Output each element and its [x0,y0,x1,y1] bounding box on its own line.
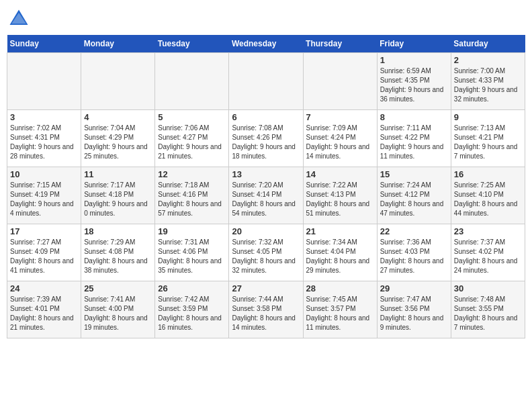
calendar-cell [81,53,155,110]
calendar-cell: 16Sunrise: 7:25 AM Sunset: 4:10 PM Dayli… [451,167,525,224]
day-number: 3 [10,112,78,122]
day-info: Sunrise: 7:11 AM Sunset: 4:22 PM Dayligh… [380,124,448,161]
calendar-cell: 5Sunrise: 7:06 AM Sunset: 4:27 PM Daylig… [155,110,229,167]
day-info: Sunrise: 7:36 AM Sunset: 4:03 PM Dayligh… [380,238,448,275]
day-number: 20 [232,226,300,236]
day-number: 23 [454,226,522,236]
day-number: 11 [84,169,152,179]
calendar-cell: 29Sunrise: 7:47 AM Sunset: 3:56 PM Dayli… [377,281,451,338]
calendar-cell: 12Sunrise: 7:18 AM Sunset: 4:16 PM Dayli… [155,167,229,224]
day-info: Sunrise: 7:04 AM Sunset: 4:29 PM Dayligh… [84,124,152,161]
day-info: Sunrise: 7:00 AM Sunset: 4:33 PM Dayligh… [454,66,522,104]
calendar-cell: 6Sunrise: 7:08 AM Sunset: 4:26 PM Daylig… [229,110,303,167]
day-info: Sunrise: 7:20 AM Sunset: 4:14 PM Dayligh… [232,181,300,218]
day-number: 24 [10,283,78,293]
calendar-cell: 7Sunrise: 7:09 AM Sunset: 4:24 PM Daylig… [303,110,377,167]
day-info: Sunrise: 7:09 AM Sunset: 4:24 PM Dayligh… [306,124,374,161]
calendar-cell [7,53,81,110]
day-number: 21 [306,226,374,236]
calendar-cell: 13Sunrise: 7:20 AM Sunset: 4:14 PM Dayli… [229,167,303,224]
calendar-cell: 25Sunrise: 7:41 AM Sunset: 4:00 PM Dayli… [81,281,155,338]
day-number: 19 [158,226,226,236]
calendar-cell: 11Sunrise: 7:17 AM Sunset: 4:18 PM Dayli… [81,167,155,224]
day-info: Sunrise: 7:45 AM Sunset: 3:57 PM Dayligh… [306,295,374,332]
calendar-cell: 9Sunrise: 7:13 AM Sunset: 4:21 PM Daylig… [451,110,525,167]
calendar-cell [155,53,229,110]
weekday-header-wednesday: Wednesday [229,35,303,53]
day-number: 14 [306,169,374,179]
day-info: Sunrise: 7:13 AM Sunset: 4:21 PM Dayligh… [454,124,522,161]
day-number: 4 [84,112,152,122]
day-info: Sunrise: 7:34 AM Sunset: 4:04 PM Dayligh… [306,238,374,275]
day-number: 8 [380,112,448,122]
calendar-cell: 27Sunrise: 7:44 AM Sunset: 3:58 PM Dayli… [229,281,303,338]
calendar-cell: 19Sunrise: 7:31 AM Sunset: 4:06 PM Dayli… [155,224,229,281]
logo-icon [7,7,31,31]
calendar-cell: 26Sunrise: 7:42 AM Sunset: 3:59 PM Dayli… [155,281,229,338]
day-info: Sunrise: 7:32 AM Sunset: 4:05 PM Dayligh… [232,238,300,275]
day-number: 6 [232,112,300,122]
day-info: Sunrise: 7:27 AM Sunset: 4:09 PM Dayligh… [10,238,78,275]
calendar-cell: 2Sunrise: 7:00 AM Sunset: 4:33 PM Daylig… [451,53,525,110]
day-info: Sunrise: 7:41 AM Sunset: 4:00 PM Dayligh… [84,295,152,332]
day-number: 13 [232,169,300,179]
day-info: Sunrise: 7:47 AM Sunset: 3:56 PM Dayligh… [380,295,448,332]
day-number: 12 [158,169,226,179]
day-number: 27 [232,283,300,293]
day-info: Sunrise: 7:08 AM Sunset: 4:26 PM Dayligh… [232,124,300,161]
day-number: 30 [454,283,522,293]
day-info: Sunrise: 6:59 AM Sunset: 4:35 PM Dayligh… [380,66,448,104]
day-number: 16 [454,169,522,179]
calendar-cell: 1Sunrise: 6:59 AM Sunset: 4:35 PM Daylig… [377,53,451,110]
day-info: Sunrise: 7:25 AM Sunset: 4:10 PM Dayligh… [454,181,522,218]
day-number: 18 [84,226,152,236]
calendar-cell: 20Sunrise: 7:32 AM Sunset: 4:05 PM Dayli… [229,224,303,281]
weekday-header-saturday: Saturday [451,35,525,53]
calendar-cell: 28Sunrise: 7:45 AM Sunset: 3:57 PM Dayli… [303,281,377,338]
day-number: 10 [10,169,78,179]
day-number: 15 [380,169,448,179]
day-number: 5 [158,112,226,122]
calendar-table: SundayMondayTuesdayWednesdayThursdayFrid… [7,35,525,338]
day-number: 2 [454,55,522,65]
calendar-cell: 17Sunrise: 7:27 AM Sunset: 4:09 PM Dayli… [7,224,81,281]
weekday-header-friday: Friday [377,35,451,53]
calendar-cell [303,53,377,110]
day-info: Sunrise: 7:02 AM Sunset: 4:31 PM Dayligh… [10,124,78,161]
day-info: Sunrise: 7:06 AM Sunset: 4:27 PM Dayligh… [158,124,226,161]
calendar-cell: 8Sunrise: 7:11 AM Sunset: 4:22 PM Daylig… [377,110,451,167]
day-number: 17 [10,226,78,236]
calendar-cell: 3Sunrise: 7:02 AM Sunset: 4:31 PM Daylig… [7,110,81,167]
calendar-cell: 15Sunrise: 7:24 AM Sunset: 4:12 PM Dayli… [377,167,451,224]
calendar-cell: 14Sunrise: 7:22 AM Sunset: 4:13 PM Dayli… [303,167,377,224]
page-header [7,7,525,31]
day-info: Sunrise: 7:44 AM Sunset: 3:58 PM Dayligh… [232,295,300,332]
day-number: 22 [380,226,448,236]
day-number: 25 [84,283,152,293]
calendar-cell: 21Sunrise: 7:34 AM Sunset: 4:04 PM Dayli… [303,224,377,281]
day-number: 29 [380,283,448,293]
calendar-cell: 24Sunrise: 7:39 AM Sunset: 4:01 PM Dayli… [7,281,81,338]
day-number: 7 [306,112,374,122]
day-info: Sunrise: 7:17 AM Sunset: 4:18 PM Dayligh… [84,181,152,218]
day-info: Sunrise: 7:48 AM Sunset: 3:55 PM Dayligh… [454,295,522,332]
day-info: Sunrise: 7:42 AM Sunset: 3:59 PM Dayligh… [158,295,226,332]
day-number: 26 [158,283,226,293]
day-info: Sunrise: 7:18 AM Sunset: 4:16 PM Dayligh… [158,181,226,218]
day-info: Sunrise: 7:15 AM Sunset: 4:19 PM Dayligh… [10,181,78,218]
day-number: 9 [454,112,522,122]
day-info: Sunrise: 7:29 AM Sunset: 4:08 PM Dayligh… [84,238,152,275]
calendar-cell: 22Sunrise: 7:36 AM Sunset: 4:03 PM Dayli… [377,224,451,281]
calendar-cell: 4Sunrise: 7:04 AM Sunset: 4:29 PM Daylig… [81,110,155,167]
calendar-cell [229,53,303,110]
weekday-header-tuesday: Tuesday [155,35,229,53]
day-number: 1 [380,55,448,65]
calendar-cell: 23Sunrise: 7:37 AM Sunset: 4:02 PM Dayli… [451,224,525,281]
weekday-header-thursday: Thursday [303,35,377,53]
calendar-cell: 30Sunrise: 7:48 AM Sunset: 3:55 PM Dayli… [451,281,525,338]
weekday-header-sunday: Sunday [7,35,81,53]
day-info: Sunrise: 7:37 AM Sunset: 4:02 PM Dayligh… [454,238,522,275]
day-info: Sunrise: 7:22 AM Sunset: 4:13 PM Dayligh… [306,181,374,218]
weekday-header-monday: Monday [81,35,155,53]
calendar-cell: 10Sunrise: 7:15 AM Sunset: 4:19 PM Dayli… [7,167,81,224]
